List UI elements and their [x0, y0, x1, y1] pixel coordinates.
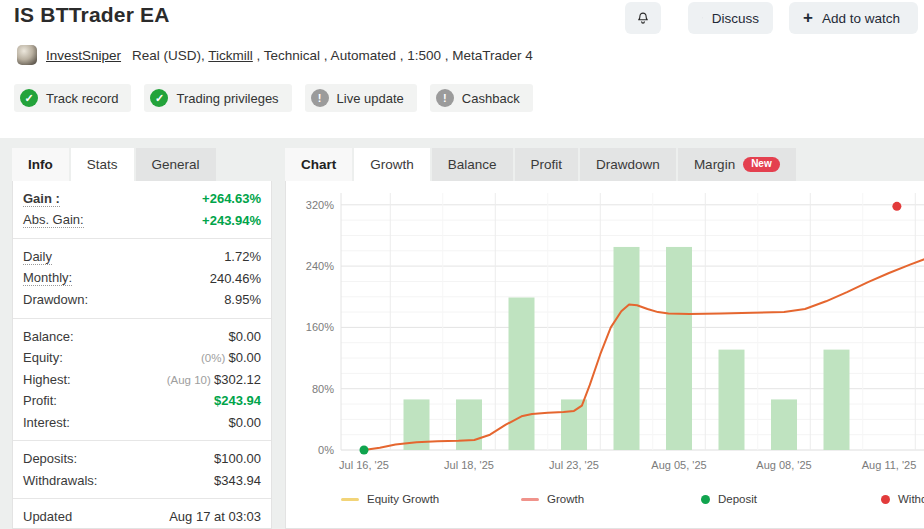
- stats-row: Withdrawals:$343.94: [23, 470, 261, 492]
- stat-value: $0.00: [228, 329, 261, 344]
- stat-label-drawdown: Drawdown:: [23, 292, 88, 307]
- check-icon: ✓: [150, 89, 168, 107]
- page-title: IS BTTrader EA: [14, 3, 170, 27]
- stat-label-updated: Updated: [23, 509, 72, 524]
- tab-growth[interactable]: Growth: [354, 148, 430, 181]
- stat-label-daily[interactable]: Daily: [23, 249, 52, 265]
- notifications-button[interactable]: [625, 2, 661, 34]
- stats-row: Daily1.72%: [23, 246, 261, 268]
- stats-row: Gain :+264.63%: [23, 188, 261, 210]
- gain-bar[interactable]: [456, 399, 482, 450]
- stat-value: +243.94%: [202, 213, 261, 228]
- tab-label: Profit: [531, 157, 563, 172]
- y-axis-tick: 80%: [312, 383, 334, 395]
- gain-bar[interactable]: [771, 399, 797, 450]
- account-meta: Real (USD), Tickmill , Technical , Autom…: [132, 48, 533, 63]
- tab-margin[interactable]: MarginNew: [678, 148, 796, 181]
- legend-item-growth[interactable]: Growth: [521, 493, 701, 505]
- gain-bar[interactable]: [824, 350, 850, 450]
- stat-value-note: (0%): [201, 352, 228, 364]
- add-to-watch-label: Add to watch: [822, 11, 900, 26]
- status-badge-live-update: !Live update: [305, 84, 417, 112]
- growth-chart[interactable]: 0%80%160%240%320%Jul 16, '25Jul 18, '25J…: [286, 181, 924, 491]
- badge-label: Live update: [337, 91, 404, 106]
- account-settings: , Technical , Automated , 1:500 , MetaTr…: [253, 48, 533, 63]
- stat-label-interest: Interest:: [23, 415, 70, 430]
- tab-label: Balance: [448, 157, 497, 172]
- tab-chart[interactable]: Chart: [285, 148, 352, 181]
- gain-bar[interactable]: [666, 247, 692, 450]
- stat-label-abs-gain[interactable]: Abs. Gain:: [23, 212, 84, 228]
- chart-panel: 0%80%160%240%320%Jul 16, '25Jul 18, '25J…: [285, 181, 924, 529]
- stats-section: Balance:$0.00Equity:(0%) $0.00Highest:(A…: [13, 319, 271, 442]
- stat-value-main: 1.72%: [224, 249, 261, 264]
- tab-label: General: [152, 157, 200, 172]
- tab-drawdown[interactable]: Drawdown: [580, 148, 676, 181]
- stat-label-gain[interactable]: Gain :: [23, 191, 60, 207]
- stat-value-main: $302.12: [214, 372, 261, 387]
- stats-section: Deposits:$100.00Withdrawals:$343.94: [13, 441, 271, 499]
- stat-value-note: (Aug 10): [167, 374, 214, 386]
- y-axis-tick: 320%: [306, 199, 334, 211]
- stat-value: $0.00: [228, 415, 261, 430]
- stat-value: $100.00: [214, 451, 261, 466]
- legend-label: Deposit: [718, 493, 757, 505]
- tab-stats[interactable]: Stats: [71, 148, 134, 181]
- exclamation-icon: !: [436, 89, 454, 107]
- legend-label: Withdrawal: [898, 493, 924, 505]
- stats-section: Gain :+264.63%Abs. Gain:+243.94%: [13, 181, 271, 239]
- deposit-marker[interactable]: [360, 446, 369, 455]
- stat-label-balance: Balance:: [23, 329, 74, 344]
- stat-value-main: $243.94: [214, 393, 261, 408]
- broker-link[interactable]: Tickmill: [208, 48, 253, 63]
- stat-value: Aug 17 at 03:03: [169, 509, 261, 524]
- chart-panel-tabs: ChartGrowthBalanceProfitDrawdownMarginNe…: [285, 148, 796, 181]
- tab-general[interactable]: General: [136, 148, 216, 181]
- withdrawal-marker[interactable]: [892, 202, 901, 211]
- tab-balance[interactable]: Balance: [432, 148, 513, 181]
- new-badge: New: [743, 157, 780, 172]
- gain-bar[interactable]: [614, 247, 640, 450]
- legend-swatch-line: [521, 498, 539, 501]
- legend-item-equity-growth[interactable]: Equity Growth: [341, 493, 521, 505]
- legend-label: Growth: [547, 493, 584, 505]
- x-axis-tick: Jul 23, '25: [549, 459, 599, 471]
- legend-item-deposit[interactable]: Deposit: [701, 493, 881, 505]
- stat-value: (0%) $0.00: [201, 350, 261, 365]
- stats-row: Profit:$243.94: [23, 390, 261, 412]
- status-badge-track-record: ✓Track record: [14, 84, 131, 112]
- stats-row: Balance:$0.00: [23, 326, 261, 348]
- stats-section: UpdatedAug 17 at 03:03: [13, 499, 271, 529]
- stat-value-main: $100.00: [214, 451, 261, 466]
- stat-label-highest: Highest:: [23, 372, 71, 387]
- stats-panel-tabs: InfoStatsGeneral: [12, 148, 216, 181]
- gain-bar[interactable]: [509, 298, 535, 450]
- stat-value-main: $0.00: [228, 415, 261, 430]
- plus-icon: +: [803, 9, 813, 26]
- stat-value-main: Aug 17 at 03:03: [169, 509, 261, 524]
- badge-label: Cashback: [462, 91, 520, 106]
- gain-bar[interactable]: [719, 350, 745, 450]
- stats-row: Interest:$0.00: [23, 412, 261, 434]
- x-axis-tick: Jul 16, '25: [339, 459, 389, 471]
- stat-value: 240.46%: [210, 271, 261, 286]
- legend-item-withdrawal[interactable]: Withdrawal: [881, 493, 924, 505]
- stat-value-main: 240.46%: [210, 271, 261, 286]
- discuss-button[interactable]: Discuss: [688, 2, 773, 34]
- tab-label: Chart: [301, 157, 336, 172]
- badge-label: Track record: [46, 91, 118, 106]
- status-badge-cashback: !Cashback: [430, 84, 533, 112]
- tab-info[interactable]: Info: [12, 148, 69, 181]
- add-to-watch-button[interactable]: + Add to watch: [789, 2, 918, 34]
- stat-value: 8.95%: [224, 292, 261, 307]
- verification-badges: ✓Track record✓Trading privileges!Live up…: [14, 84, 533, 112]
- check-icon: ✓: [20, 89, 38, 107]
- stat-label-monthly[interactable]: Monthly:: [23, 270, 72, 286]
- tab-label: Margin: [694, 157, 735, 172]
- x-axis-tick: Aug 11, '25: [862, 459, 917, 471]
- tab-label: Info: [28, 157, 53, 172]
- user-link[interactable]: InvestSniper: [46, 48, 121, 63]
- stat-label-profit: Profit:: [23, 393, 57, 408]
- gain-bar[interactable]: [561, 399, 587, 450]
- tab-profit[interactable]: Profit: [515, 148, 579, 181]
